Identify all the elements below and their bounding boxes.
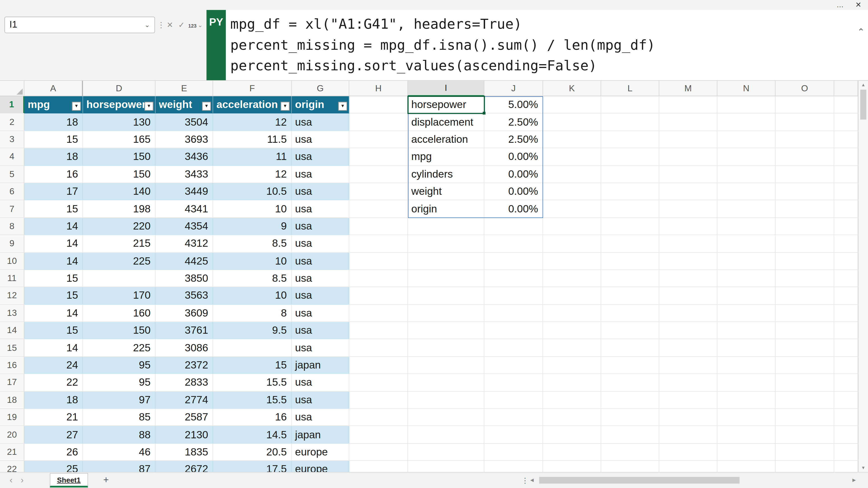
cell[interactable] (834, 305, 858, 322)
cell[interactable]: 95 (83, 374, 156, 392)
cell[interactable]: 11.5 (213, 131, 292, 149)
cell[interactable]: 95 (83, 357, 156, 374)
spill-cell[interactable]: mpg (408, 149, 485, 166)
cell[interactable]: usa (292, 253, 349, 270)
column-header-K[interactable]: K (543, 81, 601, 96)
spill-cell[interactable]: 2.50% (485, 131, 543, 149)
cell[interactable] (659, 444, 717, 461)
row-header-9[interactable]: 9 (0, 235, 24, 253)
cell[interactable]: 8.5 (213, 235, 292, 253)
cell[interactable] (601, 374, 659, 392)
cell[interactable] (349, 253, 408, 270)
cell[interactable]: usa (292, 113, 349, 131)
cell[interactable]: 87 (83, 461, 156, 472)
cell[interactable] (834, 322, 858, 339)
row-header-13[interactable]: 13 (0, 305, 24, 322)
vertical-scrollbar[interactable]: ▲ ▼ (858, 81, 868, 472)
cell[interactable]: usa (292, 392, 349, 409)
cell[interactable] (408, 270, 485, 287)
cell[interactable] (717, 409, 776, 426)
cell[interactable] (601, 392, 659, 409)
cell[interactable] (834, 374, 858, 392)
cell[interactable]: 3504 (156, 113, 213, 131)
cell[interactable] (543, 131, 601, 149)
cell[interactable] (776, 444, 834, 461)
cell[interactable]: usa (292, 339, 349, 357)
cell[interactable] (543, 339, 601, 357)
column-header-O[interactable]: O (776, 81, 834, 96)
cell[interactable] (834, 426, 858, 444)
cell[interactable]: usa (292, 305, 349, 322)
cell[interactable] (717, 131, 776, 149)
cell[interactable]: 15 (24, 287, 83, 305)
cell[interactable] (659, 113, 717, 131)
insert-function-icon[interactable]: 123 (188, 22, 197, 31)
cell[interactable]: 27 (24, 426, 83, 444)
column-header-A[interactable]: A (24, 81, 83, 96)
spill-cell[interactable]: cylinders (408, 166, 485, 183)
cell[interactable]: 14 (24, 218, 83, 235)
cell[interactable] (543, 183, 601, 200)
cell[interactable]: 18 (24, 113, 83, 131)
row-header-3[interactable]: 3 (0, 131, 24, 149)
cell[interactable]: 3563 (156, 287, 213, 305)
cell[interactable] (717, 305, 776, 322)
column-header-H[interactable]: H (349, 81, 408, 96)
row-header-19[interactable]: 19 (0, 409, 24, 426)
cell[interactable]: usa (292, 409, 349, 426)
cell[interactable]: 8.5 (213, 270, 292, 287)
tab-options-icon[interactable]: ⋮ (522, 477, 529, 485)
cell[interactable] (601, 96, 659, 113)
row-header-6[interactable]: 6 (0, 183, 24, 200)
cell[interactable] (717, 96, 776, 113)
cell[interactable] (543, 392, 601, 409)
cell[interactable] (717, 166, 776, 183)
cell[interactable] (717, 339, 776, 357)
cell[interactable]: 24 (24, 357, 83, 374)
filter-button[interactable]: ▼ (202, 102, 211, 111)
cell[interactable] (601, 322, 659, 339)
cell[interactable] (349, 322, 408, 339)
cell[interactable] (408, 218, 485, 235)
cell[interactable] (776, 357, 834, 374)
cell[interactable] (717, 444, 776, 461)
cell[interactable] (717, 253, 776, 270)
cell[interactable] (349, 357, 408, 374)
cell[interactable] (485, 305, 543, 322)
cell[interactable]: 12 (213, 166, 292, 183)
cell[interactable] (717, 287, 776, 305)
cell[interactable] (485, 270, 543, 287)
cell[interactable] (601, 339, 659, 357)
cell[interactable] (659, 305, 717, 322)
cell[interactable] (349, 183, 408, 200)
cell[interactable] (543, 113, 601, 131)
cell[interactable] (717, 426, 776, 444)
cell[interactable] (834, 235, 858, 253)
cell[interactable] (659, 183, 717, 200)
cell[interactable] (543, 287, 601, 305)
cell[interactable] (349, 287, 408, 305)
cell[interactable] (834, 444, 858, 461)
cell[interactable]: 150 (83, 166, 156, 183)
spill-cell[interactable]: displacement (408, 113, 485, 131)
cell[interactable]: 130 (83, 113, 156, 131)
cell[interactable]: 26 (24, 444, 83, 461)
cell[interactable]: 16 (24, 166, 83, 183)
cell[interactable]: 220 (83, 218, 156, 235)
cell[interactable] (659, 235, 717, 253)
cell[interactable]: 16 (213, 409, 292, 426)
cell[interactable]: 170 (83, 287, 156, 305)
row-header-12[interactable]: 12 (0, 287, 24, 305)
formula-input[interactable]: mpg_df = xl("A1:G41", headers=True) perc… (226, 10, 868, 80)
row-header-7[interactable]: 7 (0, 200, 24, 218)
cell[interactable]: 198 (83, 200, 156, 218)
cell[interactable] (543, 200, 601, 218)
cell[interactable] (659, 96, 717, 113)
cell[interactable] (776, 131, 834, 149)
cell[interactable]: europe (292, 461, 349, 472)
cell[interactable] (485, 392, 543, 409)
cell[interactable] (776, 270, 834, 287)
cell[interactable]: 15 (213, 357, 292, 374)
cell[interactable] (659, 287, 717, 305)
column-header-L[interactable]: L (601, 81, 659, 96)
